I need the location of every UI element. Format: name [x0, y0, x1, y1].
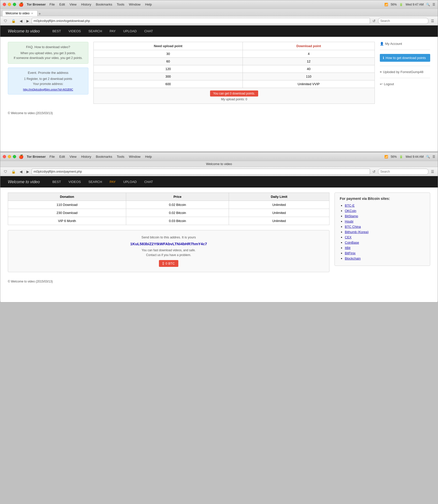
payment-site-link[interactable]: OKCoin [345, 209, 356, 213]
reload-button-2[interactable]: ↺ [371, 169, 377, 174]
wifi-icon: 📶 [384, 3, 388, 6]
payment-site-item: ItBit [345, 246, 425, 250]
minimize-button-2[interactable] [8, 155, 11, 158]
my-account-link[interactable]: 👤 My Account [380, 42, 430, 46]
back-button[interactable]: ◀ [18, 18, 24, 24]
limit-cell: Unlimited [229, 217, 329, 225]
menu-view[interactable]: View [70, 3, 77, 6]
forward-button-2[interactable]: ▶ [25, 169, 31, 174]
menu2-tools[interactable]: Tools [117, 155, 124, 159]
logout-link[interactable]: ↩ Logout [380, 82, 430, 86]
site-brand-1[interactable]: Welcome to video [8, 29, 40, 34]
nav-search-1[interactable]: SEARCH [88, 29, 102, 33]
uploaded-by-link[interactable]: ≡ Uploded by ForrestGump48 [380, 70, 430, 74]
battery-icon-2: 🔋 [399, 155, 403, 159]
shield-icon[interactable]: 🛡 [2, 18, 9, 24]
nav2-videos[interactable]: VIDEOS [69, 180, 81, 184]
btc-button[interactable]: ₿ 0 BTC [159, 260, 178, 267]
apple-icon-2: 🍎 [19, 154, 24, 159]
nav2-chat[interactable]: CHAT [144, 180, 153, 184]
site-brand-2[interactable]: Welcome to video [8, 180, 40, 184]
payment-site-link[interactable]: BTC-E [345, 204, 355, 207]
table-row: 12040 [94, 65, 375, 73]
menu2-bookmarks[interactable]: Bookmarks [96, 155, 112, 159]
battery-icon: 🔋 [399, 3, 403, 6]
search-icon[interactable]: 🔍 [426, 3, 430, 6]
payment-site-link[interactable]: ItBit [345, 246, 350, 250]
payment-site-link[interactable]: BitFinix [345, 251, 356, 255]
forward-button[interactable]: ▶ [25, 18, 31, 24]
upload-points-text: My upload points: 0 [96, 98, 372, 101]
menu-help[interactable]: Help [145, 3, 152, 6]
back-button-2[interactable]: ◀ [18, 169, 24, 174]
pay-header-limit: Daily Limit [229, 193, 329, 201]
payment-site-link[interactable]: Bithumb (Korea) [345, 230, 369, 234]
search-icon-2[interactable]: 🔍 [426, 155, 430, 159]
list-icon-sidebar: ≡ [380, 70, 382, 74]
tab-close-1[interactable]: ✕ [31, 12, 33, 15]
menu2-file[interactable]: File [50, 155, 55, 159]
new-tab-button-1[interactable]: + [39, 12, 41, 16]
nav2-pay[interactable]: PAY [110, 180, 116, 184]
minimize-button[interactable] [8, 3, 11, 6]
pay-header-price: Price [126, 193, 229, 201]
donation-cell: VIP 6 Month [8, 217, 126, 225]
nav2-best[interactable]: BEST [52, 180, 61, 184]
menu-icon-2[interactable]: ☰ [429, 169, 436, 174]
close-button-2[interactable] [3, 155, 6, 158]
menu2-edit[interactable]: Edit [59, 155, 65, 159]
payment-site-link[interactable]: BTC China [345, 225, 361, 229]
menu2-history[interactable]: History [81, 155, 91, 159]
bitcoin-box: Send bitcoin to this addres. It is yours… [8, 230, 329, 272]
nav-upload-1[interactable]: UPLOAD [123, 29, 137, 33]
payment-site-link[interactable]: Blockchain [345, 257, 361, 260]
menu2-window[interactable]: Window [129, 155, 141, 159]
nav-videos-1[interactable]: VIDEOS [69, 29, 81, 33]
nav-best-1[interactable]: BEST [52, 29, 61, 33]
menu2-view[interactable]: View [70, 155, 77, 159]
close-button[interactable] [3, 3, 6, 6]
menu-file[interactable]: File [50, 3, 55, 6]
active-tab-1[interactable]: Welcome to video ✕ [2, 10, 38, 16]
how-to-button[interactable]: ℹ How to get download points [380, 54, 430, 62]
menu2-help[interactable]: Help [145, 155, 152, 159]
payment-site-link[interactable]: CEX [345, 235, 352, 239]
nav2-upload[interactable]: UPLOAD [123, 180, 137, 184]
payment-site-link[interactable]: BitStamp [345, 214, 358, 218]
address-bar-1[interactable] [32, 18, 370, 24]
menu-tools[interactable]: Tools [117, 3, 124, 6]
list-icon[interactable]: ☰ [432, 3, 435, 6]
search-input-1[interactable] [378, 18, 428, 24]
download-points-button[interactable]: You can get 0 download points. [210, 90, 258, 97]
pay-table: Donation Price Daily Limit 110 Download0… [8, 193, 329, 225]
payment-site-link[interactable]: Houbi [345, 219, 353, 223]
tab-bar-1: Welcome to video ✕ + [0, 9, 438, 16]
send-text: Send bitcoin to this addres. It is yours [13, 235, 324, 239]
table-row: 300110 [94, 73, 375, 80]
nav-pay-1[interactable]: PAY [110, 29, 116, 33]
menu-bookmarks[interactable]: Bookmarks [96, 3, 112, 6]
list-icon-2[interactable]: ☰ [432, 155, 435, 159]
payment-site-link[interactable]: CoinBase [345, 241, 359, 244]
search-input-2[interactable] [378, 169, 428, 175]
bitcoin-address[interactable]: 1KuL583biZ2YtkWFAbvLTNi4bHR7hmY4c7 [13, 242, 324, 246]
reload-button-1[interactable]: ↺ [371, 18, 377, 24]
bitcoin-fast-text: You can fast download videos, and safe. [13, 248, 324, 252]
maximize-button[interactable] [13, 3, 16, 6]
price-cell: 0.02 Bitcoin [126, 209, 229, 217]
shield-icon-2[interactable]: 🛡 [2, 169, 9, 174]
traffic-lights-1 [3, 3, 16, 6]
nav-chat-1[interactable]: CHAT [144, 29, 153, 33]
promote-link[interactable]: http://mt3plrzdiyqf6jim.onion?id=A01B9C [23, 88, 73, 91]
lock-icon-2[interactable]: 🔒 [10, 169, 17, 174]
download-cell: Unlimited VVIP [243, 80, 375, 88]
menu-window[interactable]: Window [129, 3, 141, 6]
maximize-button-2[interactable] [13, 155, 16, 158]
menu-icon[interactable]: ☰ [429, 18, 436, 24]
menu-edit[interactable]: Edit [59, 3, 65, 6]
battery-percent: 56% [391, 3, 397, 6]
address-bar-2[interactable] [32, 169, 370, 175]
lock-icon[interactable]: 🔒 [10, 18, 17, 24]
menu-history[interactable]: History [81, 3, 91, 6]
nav2-search[interactable]: SEARCH [88, 180, 102, 184]
